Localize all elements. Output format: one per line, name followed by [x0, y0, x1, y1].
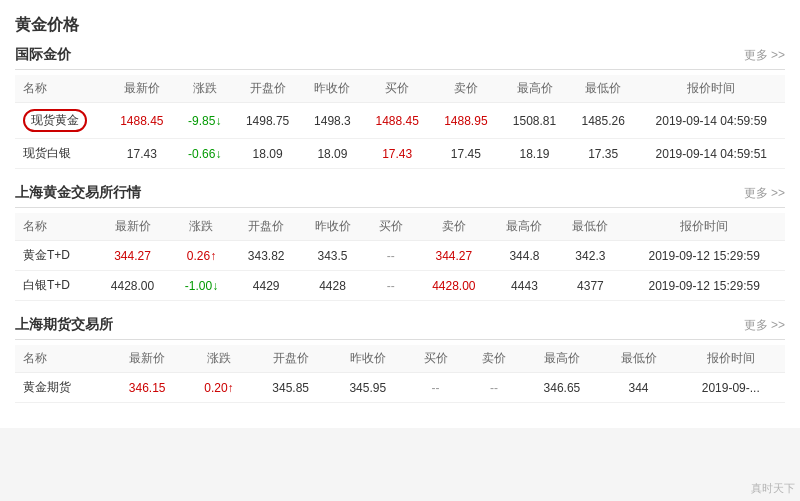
- table-cell: --: [366, 271, 417, 301]
- table-cell: 344.27: [95, 241, 170, 271]
- col-header: 卖价: [465, 345, 524, 373]
- table-cell: 黄金T+D: [15, 241, 95, 271]
- col-header: 最新价: [95, 213, 170, 241]
- table-cell: 4428: [300, 271, 366, 301]
- col-header: 名称: [15, 345, 109, 373]
- col-header: 涨跌: [186, 345, 252, 373]
- col-header: 最新价: [109, 345, 186, 373]
- col-header: 昨收价: [300, 213, 366, 241]
- main-container: 黄金价格 国际金价更多 >>名称最新价涨跌开盘价昨收价买价卖价最高价最低价报价时…: [0, 0, 800, 428]
- table-cell: 黄金期货: [15, 373, 109, 403]
- more-link-futures[interactable]: 更多 >>: [744, 317, 785, 334]
- table-cell: 2019-09-14 04:59:51: [638, 139, 785, 169]
- table-cell: 2019-09-12 15:29:59: [623, 271, 785, 301]
- section-international: 国际金价更多 >>名称最新价涨跌开盘价昨收价买价卖价最高价最低价报价时间现货黄金…: [15, 46, 785, 169]
- col-header: 最新价: [108, 75, 177, 103]
- table-cell: -9.85↓: [176, 103, 233, 139]
- section-header-international: 国际金价更多 >>: [15, 46, 785, 70]
- table-cell: 1488.45: [363, 103, 432, 139]
- table-cell: --: [366, 241, 417, 271]
- circled-name: 现货黄金: [23, 109, 87, 132]
- col-header: 涨跌: [176, 75, 233, 103]
- table-cell: 345.85: [252, 373, 329, 403]
- table-cell: 4428.00: [95, 271, 170, 301]
- table-row: 现货白银17.43-0.66↓18.0918.0917.4317.4518.19…: [15, 139, 785, 169]
- table-cell: 345.95: [329, 373, 406, 403]
- section-title-international: 国际金价: [15, 46, 71, 64]
- table-row: 现货黄金1488.45-9.85↓1498.751498.31488.45148…: [15, 103, 785, 139]
- table-cell: 2019-09-12 15:29:59: [623, 241, 785, 271]
- col-header: 开盘价: [233, 213, 300, 241]
- col-header: 报价时间: [623, 213, 785, 241]
- more-link-international[interactable]: 更多 >>: [744, 47, 785, 64]
- table-cell: 17.35: [569, 139, 638, 169]
- col-header: 最低价: [557, 213, 623, 241]
- table-cell: -1.00↓: [170, 271, 233, 301]
- table-cell: 18.19: [500, 139, 569, 169]
- table-cell: 343.82: [233, 241, 300, 271]
- table-cell: 17.43: [363, 139, 432, 169]
- table-shanghai: 名称最新价涨跌开盘价昨收价买价卖价最高价最低价报价时间黄金T+D344.270.…: [15, 213, 785, 301]
- table-cell: 0.20↑: [186, 373, 252, 403]
- section-title-shanghai: 上海黄金交易所行情: [15, 184, 141, 202]
- table-futures: 名称最新价涨跌开盘价昨收价买价卖价最高价最低价报价时间黄金期货346.150.2…: [15, 345, 785, 403]
- table-cell: 白银T+D: [15, 271, 95, 301]
- table-cell: 现货白银: [15, 139, 108, 169]
- table-cell: 4429: [233, 271, 300, 301]
- table-cell: 344.8: [492, 241, 558, 271]
- table-cell: 17.43: [108, 139, 177, 169]
- table-cell: --: [465, 373, 524, 403]
- table-cell: 现货黄金: [15, 103, 108, 139]
- col-header: 报价时间: [677, 345, 785, 373]
- table-cell: 1498.75: [233, 103, 302, 139]
- table-cell: 0.26↑: [170, 241, 233, 271]
- table-row: 黄金T+D344.270.26↑343.82343.5--344.27344.8…: [15, 241, 785, 271]
- table-cell: 1488.95: [432, 103, 501, 139]
- table-cell: 4443: [492, 271, 558, 301]
- table-row: 白银T+D4428.00-1.00↓44294428--4428.0044434…: [15, 271, 785, 301]
- table-cell: 1488.45: [108, 103, 177, 139]
- table-cell: 2019-09-14 04:59:59: [638, 103, 785, 139]
- col-header: 买价: [363, 75, 432, 103]
- table-cell: --: [406, 373, 465, 403]
- table-cell: 4428.00: [416, 271, 491, 301]
- col-header: 名称: [15, 213, 95, 241]
- table-cell: 2019-09-...: [677, 373, 785, 403]
- section-shanghai: 上海黄金交易所行情更多 >>名称最新价涨跌开盘价昨收价买价卖价最高价最低价报价时…: [15, 184, 785, 301]
- col-header: 报价时间: [638, 75, 785, 103]
- table-cell: 344: [600, 373, 676, 403]
- section-header-shanghai: 上海黄金交易所行情更多 >>: [15, 184, 785, 208]
- page-title: 黄金价格: [15, 10, 785, 36]
- col-header: 开盘价: [233, 75, 302, 103]
- sections-container: 国际金价更多 >>名称最新价涨跌开盘价昨收价买价卖价最高价最低价报价时间现货黄金…: [15, 46, 785, 403]
- col-header: 涨跌: [170, 213, 233, 241]
- table-cell: 18.09: [233, 139, 302, 169]
- col-header: 昨收价: [302, 75, 363, 103]
- col-header: 开盘价: [252, 345, 329, 373]
- table-cell: 17.45: [432, 139, 501, 169]
- col-header: 最低价: [569, 75, 638, 103]
- table-cell: -0.66↓: [176, 139, 233, 169]
- section-title-futures: 上海期货交易所: [15, 316, 113, 334]
- more-link-shanghai[interactable]: 更多 >>: [744, 185, 785, 202]
- table-cell: 18.09: [302, 139, 363, 169]
- table-row: 黄金期货346.150.20↑345.85345.95----346.65344…: [15, 373, 785, 403]
- table-cell: 343.5: [300, 241, 366, 271]
- col-header: 买价: [406, 345, 465, 373]
- table-cell: 1498.3: [302, 103, 363, 139]
- col-header: 名称: [15, 75, 108, 103]
- col-header: 最高价: [492, 213, 558, 241]
- col-header: 最低价: [600, 345, 676, 373]
- col-header: 卖价: [416, 213, 491, 241]
- col-header: 昨收价: [329, 345, 406, 373]
- table-cell: 4377: [557, 271, 623, 301]
- col-header: 最高价: [523, 345, 600, 373]
- table-cell: 1508.81: [500, 103, 569, 139]
- col-header: 卖价: [432, 75, 501, 103]
- table-cell: 342.3: [557, 241, 623, 271]
- table-international: 名称最新价涨跌开盘价昨收价买价卖价最高价最低价报价时间现货黄金1488.45-9…: [15, 75, 785, 169]
- section-futures: 上海期货交易所更多 >>名称最新价涨跌开盘价昨收价买价卖价最高价最低价报价时间黄…: [15, 316, 785, 403]
- table-cell: 346.15: [109, 373, 186, 403]
- table-cell: 1485.26: [569, 103, 638, 139]
- section-header-futures: 上海期货交易所更多 >>: [15, 316, 785, 340]
